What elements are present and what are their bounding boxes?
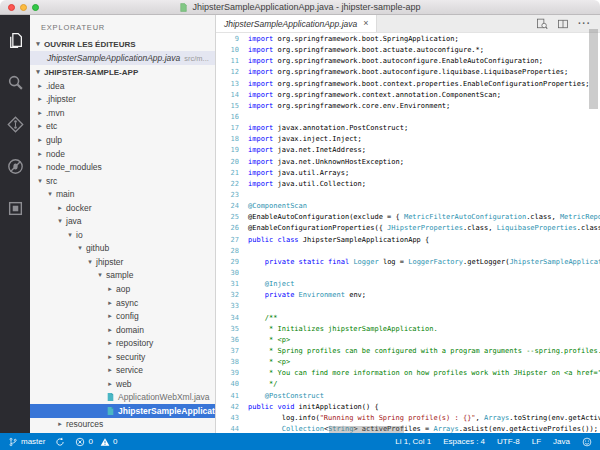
line-number: 35 bbox=[216, 324, 239, 335]
split-editor-icon[interactable] bbox=[557, 18, 569, 30]
tab-jhipstersampleapplicationapp[interactable]: JhipsterSampleApplicationApp.java × bbox=[216, 15, 377, 32]
code-line[interactable]: 11import org.springframework.boot.autoco… bbox=[216, 56, 600, 67]
line-number: 40 bbox=[216, 379, 239, 390]
tree-item-folder-sample[interactable]: ▾sample bbox=[30, 269, 215, 283]
tree-item-file-jhipstersampleapplicationapp-java[interactable]: JhipsterSampleApplicationApp.java bbox=[30, 404, 215, 418]
tree-item-folder-service[interactable]: ▸service bbox=[30, 363, 215, 377]
feedback-smiley-icon[interactable] bbox=[582, 437, 592, 447]
tree-item-folder-main[interactable]: ▾main bbox=[30, 187, 215, 201]
language-mode[interactable]: Java bbox=[553, 437, 570, 446]
encoding-setting[interactable]: UTF-8 bbox=[497, 437, 520, 446]
code-line[interactable]: 35 * Initializes jhipsterSampleApplicati… bbox=[216, 324, 600, 335]
eol-setting[interactable]: LF bbox=[532, 437, 541, 446]
tree-item-folder-gulp[interactable]: ▸gulp bbox=[30, 133, 215, 147]
code-line[interactable]: 37 * Spring profiles can be configured w… bbox=[216, 346, 600, 357]
tree-item-folder-src[interactable]: ▾src bbox=[30, 174, 215, 188]
chevron-right-icon: ▸ bbox=[36, 163, 44, 171]
indentation-setting[interactable]: Espaces : 4 bbox=[443, 437, 485, 446]
debug-icon[interactable] bbox=[0, 145, 30, 187]
code-line[interactable]: 32 private Environment env; bbox=[216, 290, 600, 301]
code-line[interactable]: 26@EnableConfigurationProperties({ JHips… bbox=[216, 223, 600, 234]
more-actions-icon[interactable]: ··· bbox=[578, 18, 591, 29]
tab-bar: JhipsterSampleApplicationApp.java × ··· bbox=[216, 15, 600, 33]
tree-item-folder-async[interactable]: ▸async bbox=[30, 296, 215, 310]
files-icon[interactable] bbox=[0, 19, 30, 61]
tree-item-folder-config[interactable]: ▸config bbox=[30, 309, 215, 323]
tree-item-folder-aop[interactable]: ▸aop bbox=[30, 282, 215, 296]
code-line[interactable]: 40 */ bbox=[216, 379, 600, 390]
code-line[interactable]: 17import javax.annotation.PostConstruct; bbox=[216, 123, 600, 134]
code-line[interactable]: 31 @Inject bbox=[216, 279, 600, 290]
code-line[interactable]: 29 private static final Logger log = Log… bbox=[216, 257, 600, 268]
code-line[interactable]: 44 Collection<String> activeProfiles = A… bbox=[216, 424, 600, 433]
tree-item-label: ApplicationWebXml.java bbox=[118, 392, 210, 402]
code-line[interactable]: 9import org.springframework.boot.SpringA… bbox=[216, 34, 600, 45]
close-tab-icon[interactable]: × bbox=[363, 19, 368, 28]
git-branch-indicator[interactable]: master bbox=[8, 437, 45, 447]
code-line[interactable]: 30 bbox=[216, 268, 600, 279]
vertical-scrollbar[interactable] bbox=[589, 29, 598, 109]
code-line[interactable]: 43 log.info("Running with Spring profile… bbox=[216, 413, 600, 424]
code-line[interactable]: 25@EnableAutoConfiguration(exclude = { M… bbox=[216, 212, 600, 223]
code-line[interactable]: 18import javax.inject.Inject; bbox=[216, 134, 600, 145]
tree-item-folder-node-modules[interactable]: ▸node_modules bbox=[30, 160, 215, 174]
code-line[interactable]: 36 * <p> bbox=[216, 335, 600, 346]
project-name-label: JHIPSTER-SAMPLE-APP bbox=[44, 68, 138, 77]
code-line[interactable]: 28 bbox=[216, 246, 600, 257]
code-line[interactable]: 34 /** bbox=[216, 313, 600, 324]
zoom-window-button[interactable] bbox=[32, 4, 39, 11]
tree-item-folder--idea[interactable]: ▸.idea bbox=[30, 79, 215, 93]
tree-item-file-applicationwebxml-java[interactable]: ApplicationWebXml.java bbox=[30, 391, 215, 405]
code-line-content: import org.springframework.boot.actuate.… bbox=[239, 45, 484, 56]
code-line[interactable]: 24@ComponentScan bbox=[216, 201, 600, 212]
tree-item-folder-security[interactable]: ▸security bbox=[30, 350, 215, 364]
horizontal-scrollbar[interactable] bbox=[329, 426, 404, 433]
tree-item-folder-docker[interactable]: ▸docker bbox=[30, 201, 215, 215]
code-line[interactable]: 38 * <p> bbox=[216, 357, 600, 368]
extensions-icon[interactable] bbox=[0, 187, 30, 229]
tree-item-folder--jhipster[interactable]: ▸.jhipster bbox=[30, 93, 215, 107]
code-line[interactable]: 16 bbox=[216, 112, 600, 123]
code-line[interactable]: 15import org.springframework.core.env.En… bbox=[216, 101, 600, 112]
code-line[interactable]: 22import java.util.Collection; bbox=[216, 179, 600, 190]
tree-item-label: gulp bbox=[46, 135, 62, 145]
code-line[interactable]: 33 bbox=[216, 301, 600, 312]
code-editor[interactable]: 9import org.springframework.boot.SpringA… bbox=[216, 34, 600, 433]
vscode-window: JhipsterSampleApplicationApp.java - jhip… bbox=[0, 0, 600, 450]
tree-item-folder-github[interactable]: ▾github bbox=[30, 242, 215, 256]
tree-item-folder-node[interactable]: ▸node bbox=[30, 147, 215, 161]
code-line[interactable]: 10import org.springframework.boot.actuat… bbox=[216, 45, 600, 56]
open-preview-icon[interactable] bbox=[536, 18, 548, 30]
code-line[interactable]: 41 @PostConstruct bbox=[216, 391, 600, 402]
code-line[interactable]: 39 * You can find more information on ho… bbox=[216, 368, 600, 379]
tree-item-folder-jhipster[interactable]: ▾jhipster bbox=[30, 255, 215, 269]
search-icon[interactable] bbox=[0, 61, 30, 103]
source-control-icon[interactable] bbox=[0, 103, 30, 145]
tree-item-folder-java[interactable]: ▾java bbox=[30, 214, 215, 228]
code-line[interactable]: 13import org.springframework.boot.contex… bbox=[216, 79, 600, 90]
code-line[interactable]: 21import java.util.Arrays; bbox=[216, 168, 600, 179]
open-editors-header[interactable]: ▾ OUVRIR LES ÉDITEURS bbox=[30, 37, 215, 51]
open-editor-item[interactable]: JhipsterSampleApplicationApp.java src/m.… bbox=[30, 51, 215, 65]
sync-button[interactable] bbox=[55, 437, 65, 447]
line-number: 38 bbox=[216, 357, 239, 368]
tree-item-folder-repository[interactable]: ▸repository bbox=[30, 336, 215, 350]
tree-item-folder-io[interactable]: ▾io bbox=[30, 228, 215, 242]
tree-item-folder--mvn[interactable]: ▸.mvn bbox=[30, 106, 215, 120]
code-line[interactable]: 12import org.springframework.boot.autoco… bbox=[216, 67, 600, 78]
problems-indicator[interactable]: 0 0 bbox=[75, 437, 117, 447]
tree-item-folder-domain[interactable]: ▸domain bbox=[30, 323, 215, 337]
code-line[interactable]: 23 bbox=[216, 190, 600, 201]
code-line[interactable]: 27public class JhipsterSampleApplication… bbox=[216, 235, 600, 246]
cursor-position[interactable]: Li 1, Col 1 bbox=[395, 437, 431, 446]
code-line[interactable]: 19import java.net.InetAddress; bbox=[216, 145, 600, 156]
minimize-window-button[interactable] bbox=[20, 4, 27, 11]
project-section-header[interactable]: ▾ JHIPSTER-SAMPLE-APP bbox=[30, 65, 215, 79]
code-line[interactable]: 42public void initApplication() { bbox=[216, 402, 600, 413]
code-line[interactable]: 20import java.net.UnknownHostException; bbox=[216, 157, 600, 168]
tree-item-folder-web[interactable]: ▸web bbox=[30, 377, 215, 391]
code-line[interactable]: 14import org.springframework.context.ann… bbox=[216, 90, 600, 101]
close-window-button[interactable] bbox=[8, 4, 15, 11]
tree-item-folder-resources[interactable]: ▸resources bbox=[30, 418, 215, 432]
tree-item-folder-etc[interactable]: ▸etc bbox=[30, 120, 215, 134]
